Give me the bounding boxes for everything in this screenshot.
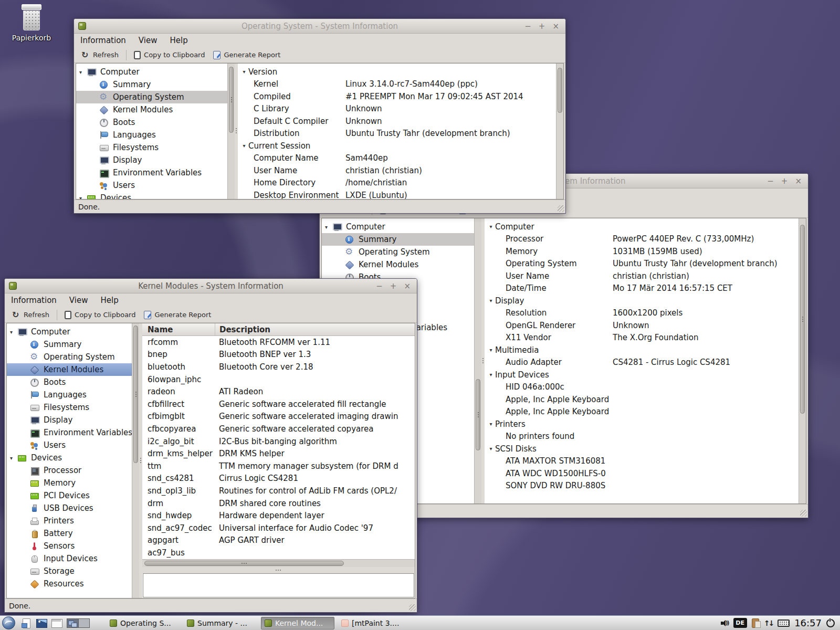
panel-scrollbar[interactable] [556, 64, 563, 199]
trash-desktop-icon[interactable]: Papierkorb [7, 3, 56, 42]
sidebar-item[interactable]: ▾ Sensors [7, 540, 132, 552]
table-row[interactable]: rfcomm Bluetooth RFCOMM ver 1.11 [142, 336, 415, 349]
sidebar-item[interactable]: ▾ Display [7, 414, 132, 426]
minimize-button[interactable]: − [524, 19, 531, 34]
minimize-button[interactable]: − [376, 279, 383, 293]
table-row[interactable]: bnep Bluetooth BNEP ver 1.3 [142, 349, 415, 361]
refresh-button[interactable]: Refresh [77, 50, 123, 60]
sidebar-item[interactable]: ▾ Users [76, 179, 227, 192]
taskbar-window-button[interactable]: Summary - ... [184, 617, 257, 629]
clock[interactable]: 16:57 [794, 617, 822, 628]
sidebar-item[interactable]: ▾ Environment Variables [7, 426, 132, 439]
sidebar-item[interactable]: ▾ Devices [7, 452, 132, 464]
titlebar[interactable]: Kernel Modules - System Information − + … [5, 279, 417, 293]
clipboard-manager-icon[interactable] [752, 618, 759, 628]
sidebar-item[interactable]: ▾ Kernel Modules [7, 363, 132, 376]
close-button[interactable]: × [795, 174, 802, 188]
screenshot-launcher-icon[interactable] [36, 618, 47, 628]
sidebar-item[interactable]: ▾ Filesystems [76, 141, 227, 154]
sidebar-scrollbar[interactable] [227, 64, 235, 199]
network-updown-icon[interactable]: ↑↓ [764, 619, 773, 627]
power-icon[interactable] [826, 619, 835, 627]
table-row[interactable]: cfbcopyarea Generic software accelerated… [142, 423, 415, 435]
expander-icon[interactable]: ▾ [79, 195, 87, 200]
column-description[interactable]: Description [215, 323, 415, 335]
menu-item[interactable]: View [69, 296, 88, 305]
pane-splitter[interactable] [139, 323, 142, 598]
expander-icon[interactable]: ▾ [10, 455, 17, 461]
close-button[interactable]: × [552, 19, 559, 34]
sidebar-item[interactable]: ▾ Battery [7, 527, 132, 540]
menu-item[interactable]: Information [11, 296, 57, 305]
sidebar-item[interactable]: ▾ Resources [7, 578, 132, 590]
sidebar-item[interactable]: ▾ Summary [76, 78, 227, 91]
sidebar-item[interactable]: ▾ Filesystems [7, 401, 132, 414]
table-row[interactable]: 6lowpan_iphc [142, 373, 415, 386]
menu-item[interactable]: Help [100, 296, 118, 305]
scrollbar-thumb[interactable] [144, 561, 344, 566]
sidebar-item[interactable]: ▾ Computer [7, 326, 132, 338]
copy-to-clipboard-button[interactable]: Copy to Clipboard [130, 50, 209, 60]
table-row[interactable]: cfbfillrect Generic software accelerated… [142, 398, 415, 411]
scrollbar-thumb[interactable] [800, 225, 805, 414]
scrollbar-thumb[interactable] [229, 67, 234, 133]
scrollbar-thumb[interactable] [133, 326, 138, 463]
sidebar-item[interactable]: ▾ Display [76, 154, 227, 166]
file-manager-launcher-icon[interactable] [20, 618, 32, 628]
table-row[interactable]: drm DRM shared core routines [142, 497, 415, 510]
sidebar-item[interactable]: ▾ Languages [7, 388, 132, 401]
table-row[interactable]: snd_hwdep Hardware dependent layer [142, 509, 415, 522]
table-row[interactable]: ac97_bus [142, 547, 415, 559]
table-row[interactable]: cfbimgblt Generic software accelerated i… [142, 411, 415, 423]
table-row[interactable]: snd_opl3_lib Routines for control of AdL… [142, 485, 415, 497]
table-row[interactable]: agpgart AGP GART driver [142, 534, 415, 547]
sidebar-item[interactable]: ▾ Kernel Modules [322, 258, 474, 271]
sidebar-item[interactable]: ▾ Summary [7, 338, 132, 351]
sidebar-scrollbar[interactable] [474, 218, 481, 503]
generate-report-button[interactable]: Generate Report [140, 310, 215, 320]
table-row[interactable]: i2c_algo_bit I2C-Bus bit-banging algorit… [142, 435, 415, 448]
minimize-button[interactable]: − [767, 174, 774, 188]
maximize-button[interactable]: + [781, 174, 788, 188]
menu-item[interactable]: Help [170, 36, 187, 45]
sidebar-item[interactable]: ▾ Summary [322, 233, 474, 246]
expander-icon[interactable]: ▾ [325, 224, 332, 230]
refresh-button[interactable]: Refresh [8, 310, 54, 320]
maximize-button[interactable]: + [390, 279, 397, 293]
volume-icon[interactable]: )) [720, 619, 729, 627]
sidebar-item[interactable]: ▾ Kernel Modules [76, 103, 227, 116]
sidebar-item[interactable]: ▾ Boots [7, 376, 132, 388]
pane-splitter[interactable] [481, 218, 485, 503]
sidebar-item[interactable]: ▾ Environment Variables [76, 166, 227, 179]
show-desktop-icon[interactable] [51, 618, 62, 628]
sidebar-item[interactable]: ▾ Devices [76, 192, 227, 199]
column-name[interactable]: Name [142, 325, 215, 334]
sidebar-item[interactable]: ▾ Operating System [322, 246, 474, 258]
table-header[interactable]: Name Description [142, 323, 415, 336]
taskbar-window-button[interactable]: [mtPaint 3.... [338, 617, 412, 629]
sidebar-item[interactable]: ▾ Users [7, 439, 132, 452]
maximize-button[interactable]: + [539, 19, 545, 34]
keyboard-layout-indicator[interactable]: DE [733, 618, 747, 628]
sidebar-item[interactable]: ▾ Processor [7, 464, 132, 477]
table-row[interactable]: drm_kms_helper DRM KMS helper [142, 447, 415, 460]
workspace-1[interactable] [67, 619, 78, 627]
start-menu-button[interactable] [2, 616, 15, 629]
workspace-2[interactable] [78, 619, 89, 627]
menu-item[interactable]: Information [80, 36, 126, 45]
sidebar-item[interactable]: ▾ Memory [7, 477, 132, 489]
sidebar-item[interactable]: ▾ PCI Devices [7, 489, 132, 502]
sidebar-item[interactable]: ▾ Operating System [76, 91, 227, 103]
titlebar[interactable]: Operating System - System Information − … [74, 19, 565, 34]
sidebar-item[interactable]: ▾ Operating System [7, 351, 132, 363]
sidebar-scrollbar[interactable] [132, 323, 139, 598]
expander-icon[interactable]: ▾ [10, 329, 17, 335]
sidebar-item[interactable]: ▾ Boots [76, 116, 227, 129]
table-row[interactable]: ttm TTM memory manager subsystem (for DR… [142, 460, 415, 472]
scrollbar-thumb[interactable] [558, 68, 562, 113]
expander-icon[interactable]: ▾ [79, 69, 87, 75]
keyboard-tray-icon[interactable] [778, 620, 790, 627]
generate-report-button[interactable]: Generate Report [209, 50, 285, 60]
table-row[interactable]: snd_ac97_codec Universal interface for A… [142, 522, 415, 534]
sidebar-item[interactable]: ▾ Input Devices [7, 552, 132, 565]
